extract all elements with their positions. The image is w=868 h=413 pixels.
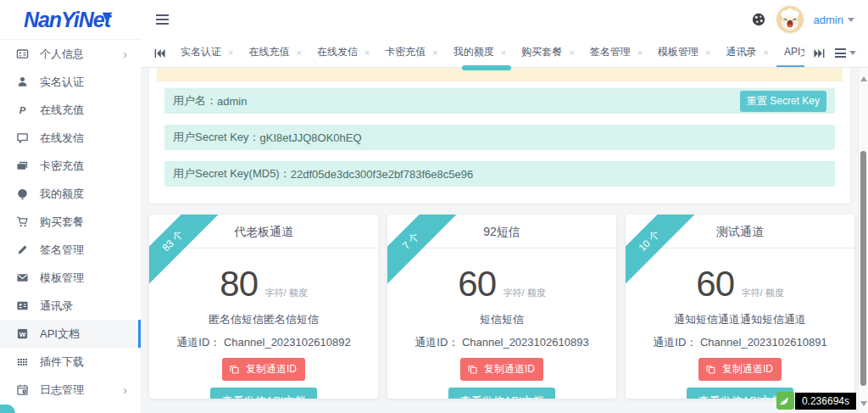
- view-api-doc-button[interactable]: 查看发信API文档: [448, 388, 556, 399]
- sidebar-item-api-docs[interactable]: W API文档: [0, 320, 141, 348]
- secret-key-md5-row: 用户Secret Key(MD5)： 22df05de3dc300f3e2bf7…: [164, 161, 835, 187]
- contact-card-icon: [16, 299, 29, 312]
- channel-card: 7 个 92短信 60 字符/ 额度 短信短信 通道ID： Channel_20…: [387, 215, 616, 399]
- sidebar-item-label: 卡密充值: [40, 159, 84, 174]
- copy-channel-id-button[interactable]: 复制通道ID: [460, 358, 543, 381]
- username-label: 用户名：: [173, 93, 217, 109]
- sidebar-item-signature-mgmt[interactable]: 签名管理: [0, 236, 141, 264]
- top-bar: NanYiNet admin: [0, 0, 868, 39]
- tab-online-recharge[interactable]: 在线充值×: [241, 39, 309, 67]
- sidebar-item-online-recharge[interactable]: P 在线充值: [0, 96, 141, 124]
- chevron-right-icon: ›: [123, 47, 127, 61]
- tab-real-name-auth[interactable]: 实名认证×: [173, 39, 241, 67]
- quota-line: 60 字符/ 额度: [387, 264, 616, 304]
- scroll-tabs-left-icon[interactable]: [153, 47, 166, 60]
- quota-unit: 字符/ 额度: [265, 287, 308, 298]
- copy-channel-id-button[interactable]: 复制通道ID: [698, 358, 782, 381]
- tab-card-recharge[interactable]: 卡密充值×: [377, 39, 445, 67]
- quota-value: 60: [458, 264, 496, 304]
- thinkphp-icon: [776, 392, 794, 410]
- sidebar-toggle-icon[interactable]: [153, 11, 172, 28]
- globe-icon[interactable]: [751, 12, 766, 27]
- chevron-down-icon: [848, 18, 854, 25]
- sidebar-item-plugin-download[interactable]: 插件下载: [0, 348, 141, 376]
- tab-buy-package[interactable]: 购买套餐×: [514, 39, 581, 67]
- view-api-doc-button[interactable]: 查看发信API文档: [210, 388, 318, 399]
- sidebar-item-personal-info[interactable]: 个人信息 ›: [0, 40, 141, 68]
- scroll-down-arrow[interactable]: [860, 401, 867, 410]
- sidebar-item-label: API文档: [40, 326, 80, 342]
- sidebar-item-contacts[interactable]: 通讯录: [0, 292, 141, 320]
- sidebar-item-label: 模板管理: [40, 271, 84, 286]
- tab-send-message[interactable]: 在线发信×: [309, 39, 377, 67]
- sidebar-item-card-recharge[interactable]: 卡密充值: [0, 152, 141, 180]
- secret-key-value: gKI8etJJQ8OK0hEQ: [260, 131, 362, 144]
- username: admin: [814, 14, 843, 26]
- list-icon: [835, 48, 846, 58]
- channel-id-label: 通道ID：: [176, 336, 220, 349]
- close-icon[interactable]: ×: [637, 47, 643, 58]
- sidebar-item-send-message[interactable]: 在线发信: [0, 124, 141, 152]
- sidebar-item-label: 实名认证: [40, 75, 84, 90]
- tab-contacts[interactable]: 通讯录×: [719, 39, 776, 67]
- scroll-up-arrow[interactable]: [860, 73, 867, 81]
- copy-button-label: 复制通道ID: [722, 362, 773, 377]
- close-icon[interactable]: ×: [296, 47, 301, 58]
- sidebar-item-log-mgmt[interactable]: 日志管理 ›: [0, 376, 141, 404]
- scroll-tabs-right-icon[interactable]: [813, 47, 826, 60]
- sidebar-item-template-mgmt[interactable]: 模板管理: [0, 264, 141, 292]
- close-icon[interactable]: ×: [705, 47, 710, 58]
- chevron-right-icon: ›: [123, 383, 127, 397]
- user-menu[interactable]: admin: [814, 14, 854, 26]
- pen-icon: [16, 243, 29, 256]
- sidebar-item-buy-package[interactable]: 购买套餐: [0, 208, 141, 236]
- channel-description: 短信短信: [387, 312, 616, 327]
- grid-icon: [16, 355, 29, 368]
- main-content: 用户名： admin 重置 Secret Key 用户Secret Key： g…: [141, 68, 868, 413]
- chevron-down-icon: [849, 51, 856, 59]
- copy-icon: [229, 364, 240, 375]
- account-keys-panel: 用户名： admin 重置 Secret Key 用户Secret Key： g…: [149, 68, 850, 204]
- copy-icon: [467, 364, 478, 375]
- cards-icon: [16, 159, 29, 172]
- reset-secret-key-button[interactable]: 重置 Secret Key: [740, 91, 826, 112]
- close-icon[interactable]: ×: [569, 47, 574, 58]
- secret-key-row: 用户Secret Key： gKI8etJJQ8OK0hEQ: [164, 125, 835, 150]
- tab-options-menu[interactable]: [835, 47, 856, 59]
- vertical-scrollbar[interactable]: [858, 68, 868, 413]
- channel-id-value: Channel_2023102610892: [224, 336, 351, 349]
- tab-label: 签名管理: [590, 45, 631, 59]
- tab-template-mgmt[interactable]: 模板管理×: [650, 39, 718, 67]
- tab-label: 在线充值: [248, 45, 289, 59]
- tab-my-quota[interactable]: 我的额度×: [446, 39, 514, 67]
- close-icon[interactable]: ×: [764, 47, 769, 58]
- username-row: 用户名： admin 重置 Secret Key: [164, 88, 835, 114]
- id-card-icon: [16, 47, 29, 60]
- w-doc-icon: W: [16, 327, 29, 340]
- paypal-icon: P: [16, 103, 29, 116]
- quota-line: 60 字符/ 额度: [626, 264, 854, 304]
- channel-card: 83 个 代老板通道 80 字符/ 额度 匿名信短信匿名信短信 通道ID： Ch…: [149, 215, 378, 399]
- copy-channel-id-button[interactable]: 复制通道ID: [222, 358, 305, 381]
- close-icon[interactable]: ×: [501, 47, 506, 58]
- avatar[interactable]: [776, 6, 804, 33]
- logo: NanYiNet: [0, 0, 141, 39]
- close-icon[interactable]: ×: [228, 47, 233, 58]
- tab-ink-indicator: [462, 65, 511, 70]
- secret-key-md5-value: 22df05de3dc300f3e2bf783f6e8c5e96: [291, 168, 473, 181]
- channel-name: 代老板通道: [149, 215, 378, 248]
- tab-label: 购买套餐: [521, 45, 562, 59]
- sidebar-item-label: 个人信息: [40, 47, 84, 62]
- debug-toolbar[interactable]: 0.236694s: [776, 392, 856, 410]
- envelope-icon: [16, 271, 29, 284]
- close-icon[interactable]: ×: [432, 47, 437, 58]
- tab-signature-mgmt[interactable]: 签名管理×: [582, 39, 650, 67]
- tab-api-docs[interactable]: API文档×: [776, 39, 804, 67]
- svg-text:P: P: [19, 105, 26, 115]
- sidebar-item-my-quota[interactable]: 我的额度: [0, 180, 141, 208]
- channel-id-line: 通道ID： Channel_2023102610893: [387, 335, 616, 350]
- scrollbar-thumb[interactable]: [860, 151, 866, 386]
- channel-id-label: 通道ID：: [653, 336, 697, 349]
- close-icon[interactable]: ×: [364, 47, 370, 58]
- sidebar-item-real-name-auth[interactable]: 实名认证: [0, 68, 141, 96]
